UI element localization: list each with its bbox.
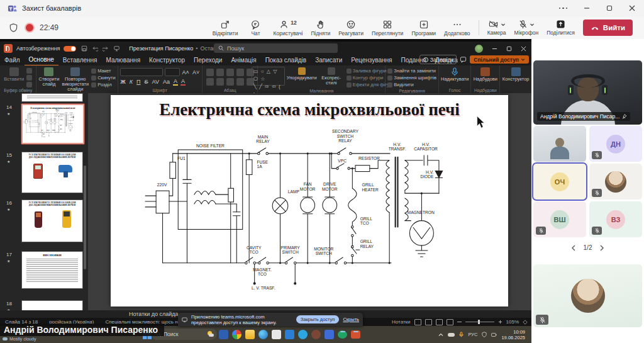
tab-record[interactable]: Записати [311, 55, 347, 65]
app-icon[interactable] [311, 330, 321, 339]
onedrive-icon[interactable] [448, 333, 455, 337]
react-button[interactable]: Реагувати [338, 20, 364, 37]
indent-decrease-icon[interactable] [226, 69, 234, 76]
slide-sorter-icon[interactable] [425, 319, 432, 325]
restore-icon[interactable] [606, 5, 613, 11]
change-case-icon[interactable]: Aa [162, 79, 170, 85]
participant-tile-och-speaking[interactable]: ОЧ [533, 164, 586, 200]
todo-icon[interactable] [325, 330, 334, 339]
leave-button[interactable]: Вийти [583, 20, 633, 36]
shrink-font-icon[interactable]: A˅ [192, 69, 200, 76]
participants-button[interactable]: 12 Користувачі [273, 20, 303, 37]
more-actions-button[interactable]: Додатково [444, 20, 470, 37]
replace-fonts-button[interactable]: Замінення шрифтів [387, 75, 436, 81]
next-page-icon[interactable] [599, 245, 604, 251]
prev-page-icon[interactable] [571, 245, 576, 251]
font-color-icon[interactable]: А [180, 78, 186, 86]
tray-chevron-icon[interactable] [438, 333, 443, 337]
tab-design[interactable]: Конструктор [145, 55, 189, 65]
paste-button[interactable]: Вставити [4, 67, 24, 82]
normal-view-icon[interactable] [414, 319, 421, 325]
participant-tile-photo[interactable] [589, 164, 642, 200]
font-size-box[interactable] [165, 68, 180, 76]
bullets-icon[interactable] [206, 69, 214, 76]
close-icon[interactable] [629, 5, 635, 11]
zoom-slider[interactable] [465, 322, 494, 322]
grow-font-icon[interactable]: A˄ [182, 69, 190, 76]
comments-icon[interactable] [460, 56, 467, 63]
present-icon[interactable] [113, 45, 120, 52]
account-avatar[interactable] [475, 45, 483, 53]
unpin-button[interactable]: Відкріпити [213, 20, 238, 37]
record-button[interactable]: Записати [419, 55, 457, 64]
minimize-icon[interactable] [584, 5, 590, 11]
find-replace-button[interactable]: Знайти та замінити [387, 68, 436, 74]
tray-mic-icon[interactable] [459, 332, 464, 337]
cut-icon[interactable] [26, 68, 32, 74]
shape-fill-button[interactable]: Заливка фігури [347, 68, 392, 74]
thumbnail-14-selected[interactable]: Електрична схема мікрохвильової печі [21, 104, 84, 144]
store-icon[interactable] [272, 330, 281, 339]
apps-button[interactable]: Програми [411, 20, 436, 37]
zoom-level[interactable]: 105% [506, 319, 519, 325]
doc-title[interactable]: Презентация Писаренко [129, 45, 193, 52]
zoom-out-icon[interactable] [457, 322, 462, 322]
tab-slideshow[interactable]: Показ слайдів [261, 55, 311, 65]
mic-button[interactable]: Мікрофон [514, 20, 539, 36]
redo-icon[interactable] [103, 45, 109, 52]
thumbnail-13-partial[interactable] [21, 93, 83, 102]
reuse-slides-button[interactable]: Повторно використати слайди [62, 67, 89, 92]
tab-file[interactable]: Файл [0, 55, 25, 65]
tab-review[interactable]: Рецензування [347, 55, 396, 65]
zoom-in-icon[interactable] [498, 320, 502, 324]
shape-effects-button[interactable]: Ефекти для фігур [347, 82, 392, 88]
copy-icon[interactable] [26, 75, 32, 81]
shapes-gallery[interactable]: ▭ ○ △ ▽ ⬠ ☆╲ ╱ ⇨ ⇦ { } [252, 67, 285, 86]
slideshow-icon[interactable] [447, 319, 453, 325]
thumbnail-18[interactable]: Дякую за увагу [21, 300, 83, 310]
char-spacing-icon[interactable]: AV [152, 79, 160, 85]
participant-tile-photo-large[interactable] [533, 264, 642, 327]
shape-outline-button[interactable]: Контур фігури [347, 75, 392, 81]
hide-banner-button[interactable]: Скрыть [343, 317, 359, 322]
security-shield-icon[interactable] [482, 332, 487, 337]
language-switcher[interactable]: РУС [468, 332, 477, 337]
tab-home[interactable]: Основне [25, 55, 58, 66]
arrange-button[interactable]: Упорядкувати [287, 67, 316, 81]
thumbnail-15[interactable]: УСТАТКУВАННЯ ТА ТЕХНІКИ ЗАСОБІВ ДЛЯ ДОСЛ… [21, 152, 83, 193]
task-view-icon[interactable] [219, 330, 228, 339]
underline-icon[interactable]: П [136, 79, 141, 85]
tab-animations[interactable]: Анімація [226, 55, 260, 65]
dictate-button[interactable]: Надиктувати [441, 67, 469, 82]
highlight-color-icon[interactable]: А [173, 78, 178, 86]
battery-icon[interactable] [491, 332, 497, 337]
align-center-icon[interactable] [216, 78, 224, 86]
save-icon[interactable] [81, 45, 87, 52]
running-app-icon[interactable] [338, 330, 347, 339]
chrome-icon[interactable] [232, 330, 242, 339]
tab-draw[interactable]: Малювання [102, 55, 145, 65]
main-participant-video[interactable]: Андрій Володимирович Писар... [533, 60, 642, 125]
numbering-icon[interactable] [216, 69, 224, 76]
powerpoint-taskbar-icon[interactable] [351, 330, 360, 339]
pin-icon[interactable] [622, 114, 627, 119]
telegram-icon[interactable] [298, 330, 308, 339]
align-right-icon[interactable] [226, 78, 234, 86]
bold-icon[interactable]: Ж [120, 79, 126, 85]
font-name-box[interactable] [120, 68, 163, 76]
ppt-share-button[interactable]: Спільний доступ [470, 55, 529, 64]
layout-button[interactable]: Макет [91, 68, 115, 74]
chat-button[interactable]: Чат [246, 20, 265, 37]
thumbnail-scrollbar[interactable] [84, 166, 86, 269]
thumbnail-16[interactable]: УСТАТКУВАННЯ ТА ТЕХНІКИ ЗАСОБІВ ДЛЯ ДОСЛ… [21, 200, 83, 242]
strikethrough-icon[interactable]: S [144, 79, 149, 85]
italic-icon[interactable]: К [129, 79, 133, 85]
notes-toggle[interactable]: Нотатки [392, 319, 411, 325]
reading-view-icon[interactable] [436, 319, 443, 325]
tab-transitions[interactable]: Переходи [189, 55, 226, 65]
reset-button[interactable]: Скинути [91, 75, 115, 81]
photos-icon[interactable] [285, 330, 294, 339]
chevron-down-icon[interactable] [501, 22, 506, 27]
addins-button[interactable]: Надбудови [474, 67, 497, 82]
select-button[interactable]: Виділити [387, 82, 413, 88]
